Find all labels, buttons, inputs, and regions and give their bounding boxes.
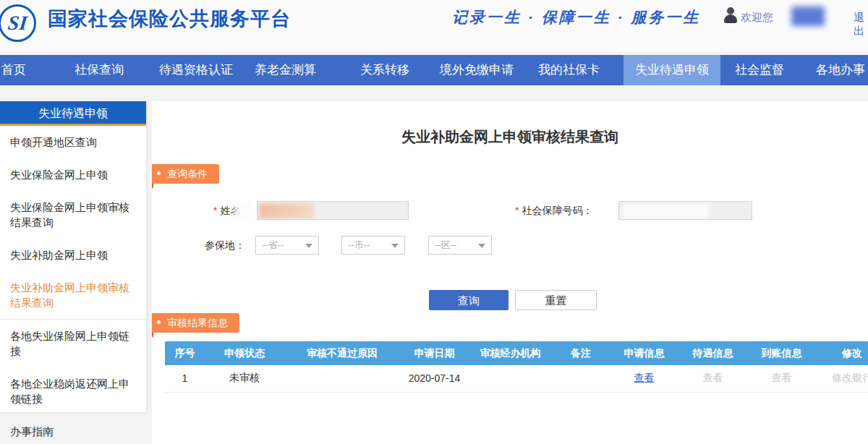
insured-area-label: 参保地： bbox=[205, 236, 245, 255]
sidebar-item-subsidy-apply[interactable]: 失业补助金网上申领 bbox=[0, 239, 146, 271]
main-panel: 失业补助金网上申领审核结果查询 查询条件 *姓名 *社会保障号码： 参保地： -… bbox=[152, 101, 868, 444]
welcome-text: 欢迎您 bbox=[741, 11, 773, 25]
city-select[interactable]: --市-- bbox=[341, 236, 405, 255]
nav-item-home[interactable]: 首页 bbox=[1, 55, 26, 85]
ssn-label: *社会保障号码： bbox=[515, 201, 592, 220]
chevron-down-icon bbox=[391, 244, 399, 248]
reset-button[interactable]: 重置 bbox=[515, 290, 597, 310]
query-button[interactable]: 查询 bbox=[429, 290, 509, 310]
nav-item-my-social-card[interactable]: 我的社保卡 bbox=[538, 55, 600, 85]
username-redacted bbox=[791, 7, 825, 26]
ribbon-fold-icon bbox=[152, 184, 153, 189]
district-select[interactable]: --区-- bbox=[428, 236, 492, 255]
site-logo: SI bbox=[0, 4, 36, 42]
cell-modify: 修改银行 bbox=[816, 365, 868, 392]
nav-item-local-services[interactable]: 各地办事 bbox=[816, 55, 865, 85]
sidebar-item-company-refund-links[interactable]: 各地企业稳岗返还网上申领链接 bbox=[0, 367, 146, 415]
view-account-info-link[interactable]: 查看 bbox=[772, 372, 792, 383]
site-title: 国家社会保险公共服务平台 bbox=[48, 6, 291, 32]
modify-bank-link[interactable]: 修改银行 bbox=[832, 372, 868, 383]
cell-benefit-info: 查看 bbox=[678, 365, 747, 392]
cell-apply-info: 查看 bbox=[610, 365, 678, 392]
table-header-row: 序号 申领状态 审核不通过原因 申请日期 审核经办机构 备注 申请信息 待遇信息… bbox=[165, 341, 868, 365]
name-label-redaction bbox=[234, 202, 252, 219]
bullet-dot-icon bbox=[157, 320, 161, 324]
cell-agency bbox=[469, 365, 552, 392]
required-asterisk: * bbox=[213, 205, 217, 216]
section-query-label: 查询条件 bbox=[167, 168, 208, 179]
sidebar-item-insurance-result-query[interactable]: 失业保险金网上申领审核结果查询 bbox=[0, 191, 146, 239]
section-tag-results: 审核结果信息 bbox=[152, 313, 239, 333]
nav-item-pension-calc[interactable]: 养老金测算 bbox=[255, 55, 316, 85]
site-header: SI 国家社会保险公共服务平台 记录一生 · 保障一生 · 服务一生 欢迎您 退… bbox=[0, 0, 868, 52]
col-apply-info: 申请信息 bbox=[610, 341, 678, 365]
main-nav: 首页 社保查询 待遇资格认证 养老金测算 关系转移 境外免缴申请 我的社保卡 失… bbox=[0, 55, 868, 85]
nav-item-social-supervision[interactable]: 社会监督 bbox=[735, 55, 784, 85]
col-apply-date: 申请日期 bbox=[400, 341, 469, 365]
logout-link[interactable]: 退出 bbox=[854, 11, 868, 38]
sidebar-item-open-area-query[interactable]: 申领开通地区查询 bbox=[0, 126, 146, 158]
nav-item-social-query[interactable]: 社保查询 bbox=[75, 55, 124, 85]
ribbon-fold-icon bbox=[152, 333, 153, 338]
sidebar: 失业待遇申领 申领开通地区查询 失业保险金网上申领 失业保险金网上申领审核结果查… bbox=[0, 101, 146, 412]
bullet-dot-icon bbox=[157, 171, 161, 175]
name-input-box bbox=[257, 201, 409, 220]
col-account-info: 到账信息 bbox=[747, 341, 816, 365]
view-apply-info-link[interactable]: 查看 bbox=[634, 372, 655, 383]
cell-seq: 1 bbox=[165, 365, 205, 392]
col-status: 申领状态 bbox=[205, 341, 284, 365]
sidebar-item-local-insurance-links[interactable]: 各地失业保险网上申领链接 bbox=[0, 320, 146, 367]
site-slogan: 记录一生 · 保障一生 · 服务一生 bbox=[452, 7, 700, 27]
cell-status: 未审核 bbox=[205, 365, 284, 392]
ssn-value-redaction bbox=[622, 203, 709, 218]
cell-account-info: 查看 bbox=[747, 365, 816, 392]
col-modify: 修改 bbox=[816, 341, 868, 365]
nav-item-benefit-certification[interactable]: 待遇资格认证 bbox=[159, 55, 233, 85]
sidebar-item-insurance-apply[interactable]: 失业保险金网上申领 bbox=[0, 158, 146, 191]
nav-item-unemployment-benefit-active[interactable]: 失业待遇申领 bbox=[624, 55, 720, 85]
logo-si-text: SI bbox=[6, 7, 28, 40]
col-seq: 序号 bbox=[165, 341, 205, 365]
ssn-input-box bbox=[618, 201, 752, 220]
cell-apply-date: 2020-07-14 bbox=[400, 365, 469, 392]
chevron-down-icon bbox=[305, 244, 312, 248]
user-avatar-icon bbox=[723, 7, 738, 23]
col-agency: 审核经办机构 bbox=[469, 341, 552, 365]
avatar-bust bbox=[724, 14, 737, 23]
name-value-redaction bbox=[259, 203, 314, 218]
chevron-down-icon bbox=[478, 244, 485, 248]
col-remark: 备注 bbox=[552, 341, 610, 365]
sidebar-title: 失业待遇申领 bbox=[0, 101, 146, 126]
sidebar-item-subsidy-result-query-active[interactable]: 失业补助金网上申领审核结果查询 bbox=[0, 271, 146, 320]
nav-item-relation-transfer[interactable]: 关系转移 bbox=[360, 55, 409, 85]
view-benefit-info-link[interactable]: 查看 bbox=[703, 372, 723, 383]
page-title: 失业补助金网上申领审核结果查询 bbox=[152, 127, 868, 147]
table-row: 1 未审核 2020-07-14 查看 查看 查看 修改银行 bbox=[165, 365, 868, 392]
section-results-label: 审核结果信息 bbox=[167, 317, 228, 328]
cell-reject-reason bbox=[284, 365, 400, 392]
province-select[interactable]: --省-- bbox=[255, 236, 319, 255]
sidebar-item-service-guide[interactable]: 办事指南 bbox=[0, 415, 146, 444]
nav-item-overseas-exemption[interactable]: 境外免缴申请 bbox=[440, 55, 514, 85]
required-asterisk: * bbox=[515, 205, 519, 216]
col-benefit-info: 待遇信息 bbox=[678, 341, 747, 365]
cell-remark bbox=[552, 365, 610, 392]
avatar-head bbox=[727, 7, 734, 14]
section-tag-query: 查询条件 bbox=[152, 164, 219, 184]
results-table: 序号 申领状态 审核不通过原因 申请日期 审核经办机构 备注 申请信息 待遇信息… bbox=[165, 341, 868, 393]
col-reject-reason: 审核不通过原因 bbox=[284, 341, 400, 365]
